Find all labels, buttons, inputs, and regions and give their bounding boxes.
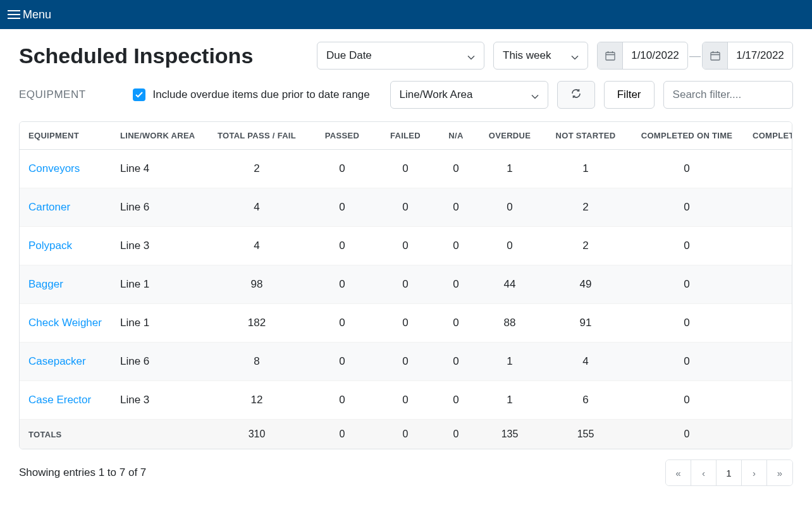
- cell-notstarted: 2: [541, 188, 630, 227]
- page-next[interactable]: ›: [742, 460, 767, 485]
- table-row: PolypackLine 34000020: [20, 227, 792, 265]
- cell-overdue: 88: [478, 304, 541, 343]
- col-passed[interactable]: PASSED: [307, 122, 377, 150]
- date-from-value: 1/10/2022: [623, 42, 687, 69]
- cell-ontime: 0: [630, 304, 744, 343]
- cell-total: 8: [206, 343, 307, 381]
- page-current[interactable]: 1: [717, 460, 742, 485]
- chevron-down-icon: [531, 91, 539, 99]
- hamburger-icon: [8, 10, 20, 19]
- equipment-link[interactable]: Bagger: [28, 278, 63, 290]
- col-notstarted[interactable]: NOT STARTED: [541, 122, 630, 150]
- col-failed[interactable]: FAILED: [377, 122, 434, 150]
- page-prev[interactable]: ‹: [691, 460, 717, 485]
- search-input[interactable]: [663, 81, 793, 109]
- col-ontime[interactable]: COMPLETED ON TIME: [630, 122, 744, 150]
- groupby-select[interactable]: Line/Work Area: [390, 81, 548, 109]
- cell-notstarted: 4: [541, 343, 630, 381]
- col-na[interactable]: N/A: [434, 122, 478, 150]
- cell-line: Line 1: [111, 304, 206, 343]
- chevron-down-icon: [467, 52, 475, 59]
- page-first[interactable]: «: [666, 460, 691, 485]
- groupby-value: Line/Work Area: [400, 88, 473, 101]
- refresh-button[interactable]: [557, 81, 595, 109]
- cell-total: 182: [206, 304, 307, 343]
- include-overdue-label: Include overdue items due prior to date …: [153, 88, 370, 101]
- cell-total: 4: [206, 188, 307, 227]
- totals-ontime: 0: [630, 420, 744, 449]
- include-overdue-checkbox-group[interactable]: Include overdue items due prior to date …: [133, 88, 370, 101]
- equipment-link[interactable]: Cartoner: [28, 201, 70, 213]
- cell-overdue: 0: [478, 227, 541, 265]
- table-row: ConveyorsLine 42000110: [20, 150, 792, 188]
- cell-na: 0: [434, 265, 478, 304]
- cell-failed: 0: [377, 227, 434, 265]
- totals-notstarted: 155: [541, 420, 630, 449]
- totals-label: TOTALS: [20, 420, 111, 449]
- equipment-link[interactable]: Casepacker: [28, 355, 86, 367]
- cell-ontime: 0: [630, 188, 744, 227]
- equipment-filter-label: EQUIPMENT: [19, 88, 86, 101]
- cell-passed: 0: [307, 188, 377, 227]
- date-from-input[interactable]: 1/10/2022: [597, 42, 688, 70]
- equipment-link[interactable]: Polypack: [28, 240, 72, 252]
- cell-passed: 0: [307, 265, 377, 304]
- totals-row: TOTALS 310 0 0 0 135 155 0: [20, 420, 792, 449]
- col-line[interactable]: LINE/WORK AREA: [111, 122, 206, 150]
- cell-na: 0: [434, 343, 478, 381]
- cell-line: Line 4: [111, 150, 206, 188]
- totals-overdue: 135: [478, 420, 541, 449]
- page-last[interactable]: »: [767, 460, 792, 485]
- top-bar: Menu: [0, 0, 812, 29]
- cell-total: 12: [206, 381, 307, 420]
- cell-notstarted: 6: [541, 381, 630, 420]
- calendar-icon: [703, 42, 728, 69]
- cell-notstarted: 1: [541, 150, 630, 188]
- table-row: Check WeigherLine 118200088910: [20, 304, 792, 343]
- cell-line: Line 6: [111, 188, 206, 227]
- pagination: « ‹ 1 › »: [665, 459, 793, 486]
- equipment-link[interactable]: Conveyors: [28, 162, 80, 174]
- cell-ontime: 0: [630, 343, 744, 381]
- cell-failed: 0: [377, 304, 434, 343]
- cell-failed: 0: [377, 343, 434, 381]
- table-header: EQUIPMENT LINE/WORK AREA TOTAL PASS / FA…: [20, 122, 792, 150]
- cell-notstarted: 2: [541, 227, 630, 265]
- equipment-link[interactable]: Check Weigher: [28, 317, 102, 329]
- cell-ontime: 0: [630, 381, 744, 420]
- col-total[interactable]: TOTAL PASS / FAIL: [206, 122, 307, 150]
- range-select[interactable]: This week: [493, 42, 588, 70]
- cell-line: Line 3: [111, 227, 206, 265]
- col-equipment[interactable]: EQUIPMENT: [20, 122, 111, 150]
- filter-button-label: Filter: [617, 88, 641, 101]
- col-overdue[interactable]: OVERDUE: [478, 122, 541, 150]
- totals-total: 310: [206, 420, 307, 449]
- cell-total: 4: [206, 227, 307, 265]
- cell-overdue: 0: [478, 188, 541, 227]
- menu-toggle[interactable]: Menu: [8, 8, 51, 21]
- svg-rect-4: [711, 52, 720, 60]
- cell-passed: 0: [307, 343, 377, 381]
- inspections-table: EQUIPMENT LINE/WORK AREA TOTAL PASS / FA…: [19, 121, 792, 449]
- cell-failed: 0: [377, 188, 434, 227]
- table-row: CasepackerLine 68000140: [20, 343, 792, 381]
- totals-passed: 0: [307, 420, 377, 449]
- menu-label: Menu: [23, 8, 51, 21]
- entries-text: Showing entries 1 to 7 of 7: [19, 466, 146, 479]
- cell-failed: 0: [377, 265, 434, 304]
- date-to-input[interactable]: 1/17/2022: [702, 42, 793, 70]
- cell-na: 0: [434, 304, 478, 343]
- due-date-select[interactable]: Due Date: [317, 42, 484, 70]
- date-to-value: 1/17/2022: [728, 42, 792, 69]
- filter-button[interactable]: Filter: [604, 81, 655, 109]
- table-row: BaggerLine 19800044490: [20, 265, 792, 304]
- col-complete[interactable]: COMPLETE: [744, 122, 792, 150]
- date-range-group: 1/10/2022 — 1/17/2022: [597, 42, 793, 70]
- chevron-down-icon: [571, 52, 579, 59]
- totals-failed: 0: [377, 420, 434, 449]
- cell-overdue: 1: [478, 381, 541, 420]
- equipment-link[interactable]: Case Erector: [28, 394, 91, 406]
- cell-na: 0: [434, 188, 478, 227]
- due-date-value: Due Date: [326, 49, 372, 62]
- cell-overdue: 1: [478, 343, 541, 381]
